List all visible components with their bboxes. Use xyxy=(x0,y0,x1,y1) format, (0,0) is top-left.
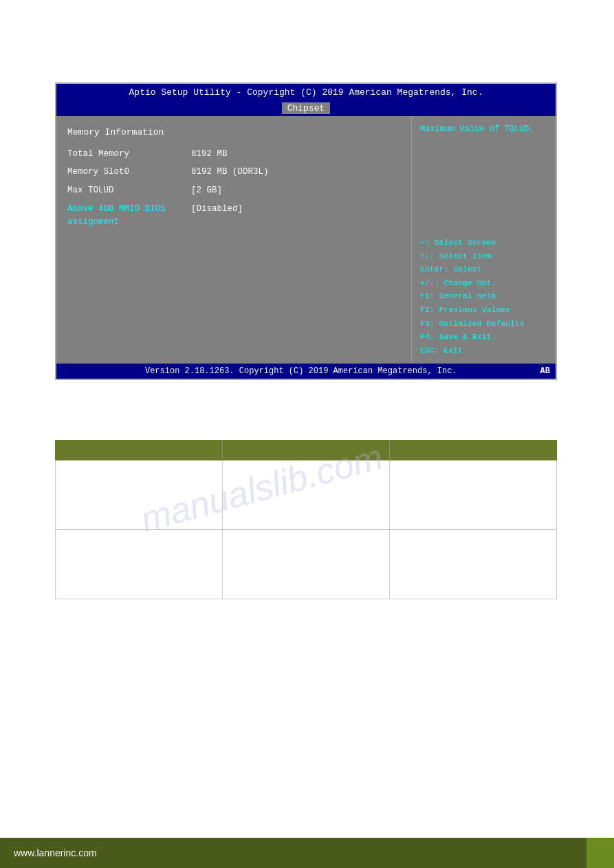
max-tolud-label: Max TOLUD xyxy=(67,184,191,197)
bios-main-content: Memory Information Total Memory 8192 MB … xyxy=(56,116,556,364)
memory-slot0-value: 8192 MB (DDR3L) xyxy=(191,166,269,179)
bios-screen: Aptio Setup Utility - Copyright (C) 2019… xyxy=(55,82,557,380)
footer-website: www.lannerinc.com xyxy=(14,847,97,858)
bios-right-panel: Maximum Value of TOLUD. ↔: Select Screen… xyxy=(411,116,556,364)
bios-menu-tab-bar: Chipset xyxy=(56,102,556,116)
nav-f2: F2: Previous Values xyxy=(420,303,547,317)
table-cell-1-1 xyxy=(56,460,223,529)
table-cell-2-3 xyxy=(390,530,556,599)
table-cell-2-1 xyxy=(56,530,223,599)
bios-ab-badge: AB xyxy=(540,366,550,376)
footer-right-stripe xyxy=(586,838,614,868)
above-4gb-label: Above 4GB MMIO BIOSassignment xyxy=(67,203,191,229)
nav-enter: Enter: Select xyxy=(420,263,547,276)
table-cell-2-2 xyxy=(223,530,390,599)
nav-f3: F3: Optimized Defaults xyxy=(420,317,547,331)
max-tolud-value: [2 GB] xyxy=(191,184,222,197)
bios-active-menu[interactable]: Chipset xyxy=(282,102,331,114)
table-cell-1-3 xyxy=(390,460,556,529)
memory-info-title: Memory Information xyxy=(67,126,400,140)
table-header-cell-3 xyxy=(390,440,557,460)
table-cell-1-2 xyxy=(223,460,390,529)
nav-f1: F1: General Help xyxy=(420,289,547,303)
nav-select-item: ↑↓: Select Item xyxy=(420,249,547,263)
nav-f4: F4: Save & Exit xyxy=(420,330,547,344)
above-4gb-row[interactable]: Above 4GB MMIO BIOSassignment [Disabled] xyxy=(67,203,400,229)
table-row xyxy=(56,530,556,599)
max-tolud-row: Max TOLUD [2 GB] xyxy=(67,184,400,197)
table-section xyxy=(55,440,557,599)
memory-slot0-row: Memory Slot0 8192 MB (DDR3L) xyxy=(67,166,400,179)
bios-version-text: Version 2.18.1263. Copyright (C) 2019 Am… xyxy=(62,366,540,376)
table-body xyxy=(55,460,557,599)
table-header-cell-2 xyxy=(223,440,391,460)
bios-title-bar: Aptio Setup Utility - Copyright (C) 2019… xyxy=(56,84,556,102)
above-4gb-value: [Disabled] xyxy=(191,203,243,229)
footer-bar: www.lannerinc.com xyxy=(0,838,614,868)
total-memory-value: 8192 MB xyxy=(191,148,228,161)
bios-left-panel: Memory Information Total Memory 8192 MB … xyxy=(56,116,411,364)
bios-nav-help: ↔: Select Screen ↑↓: Select Item Enter: … xyxy=(420,236,547,357)
bios-help-text: Maximum Value of TOLUD. xyxy=(420,123,547,135)
bios-title-text: Aptio Setup Utility - Copyright (C) 2019… xyxy=(129,87,483,98)
table-header-cell-1 xyxy=(55,440,223,460)
memory-slot0-label: Memory Slot0 xyxy=(67,166,191,179)
total-memory-row: Total Memory 8192 MB xyxy=(67,148,400,161)
total-memory-label: Total Memory xyxy=(67,148,191,161)
nav-esc: ESC: Exit xyxy=(420,344,547,357)
nav-select-screen: ↔: Select Screen xyxy=(420,236,547,249)
table-header-row xyxy=(55,440,557,460)
nav-change-opt: +/-: Change Opt. xyxy=(420,276,547,290)
bios-version-bar: Version 2.18.1263. Copyright (C) 2019 Am… xyxy=(56,364,556,379)
table-row xyxy=(56,460,556,530)
